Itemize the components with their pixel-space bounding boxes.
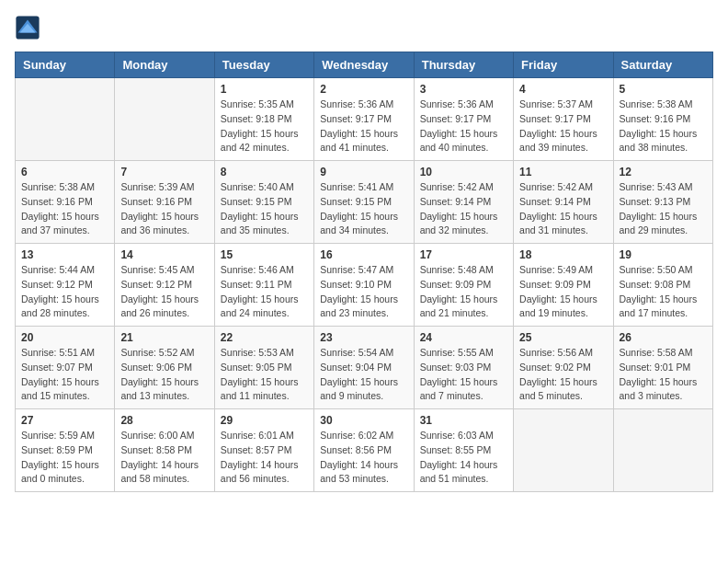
sunset-text: Sunset: 9:16 PM	[620, 113, 691, 124]
daylight-text: Daylight: 15 hours and 28 minutes.	[21, 293, 99, 319]
day-info: Sunrise: 6:00 AM Sunset: 8:58 PM Dayligh…	[120, 429, 208, 487]
daylight-text: Daylight: 15 hours and 38 minutes.	[620, 128, 698, 154]
sunset-text: Sunset: 9:14 PM	[519, 196, 591, 207]
day-number: 2	[320, 83, 407, 96]
sunset-text: Sunset: 9:16 PM	[21, 196, 93, 207]
calendar-cell: 13 Sunrise: 5:44 AM Sunset: 9:12 PM Dayl…	[16, 244, 115, 327]
calendar-cell: 20 Sunrise: 5:51 AM Sunset: 9:07 PM Dayl…	[16, 327, 115, 409]
calendar-table: SundayMondayTuesdayWednesdayThursdayFrid…	[15, 52, 713, 492]
calendar-cell: 29 Sunrise: 6:01 AM Sunset: 8:57 PM Dayl…	[214, 409, 313, 492]
day-info: Sunrise: 5:37 AM Sunset: 9:17 PM Dayligh…	[519, 98, 607, 155]
sunrise-text: Sunrise: 5:39 AM	[120, 181, 194, 192]
daylight-text: Daylight: 15 hours and 3 minutes.	[620, 376, 698, 402]
calendar-week-row: 13 Sunrise: 5:44 AM Sunset: 9:12 PM Dayl…	[16, 244, 713, 327]
day-number: 11	[519, 166, 607, 178]
sunset-text: Sunset: 8:56 PM	[320, 444, 392, 455]
calendar-cell: 27 Sunrise: 5:59 AM Sunset: 8:59 PM Dayl…	[16, 409, 115, 492]
day-info: Sunrise: 5:53 AM Sunset: 9:05 PM Dayligh…	[221, 346, 308, 404]
daylight-text: Daylight: 15 hours and 29 minutes.	[620, 211, 698, 236]
daylight-text: Daylight: 15 hours and 23 minutes.	[320, 293, 398, 319]
day-number: 12	[620, 166, 707, 178]
calendar-cell	[514, 409, 613, 492]
daylight-text: Daylight: 15 hours and 7 minutes.	[420, 376, 498, 402]
calendar-cell: 5 Sunrise: 5:38 AM Sunset: 9:16 PM Dayli…	[613, 78, 712, 161]
calendar-cell: 14 Sunrise: 5:45 AM Sunset: 9:12 PM Dayl…	[115, 244, 214, 327]
day-info: Sunrise: 5:54 AM Sunset: 9:04 PM Dayligh…	[320, 346, 407, 404]
daylight-text: Daylight: 15 hours and 11 minutes.	[221, 376, 299, 402]
day-info: Sunrise: 5:46 AM Sunset: 9:11 PM Dayligh…	[221, 263, 308, 321]
weekday-header: Monday	[115, 52, 214, 78]
day-number: 7	[120, 166, 208, 178]
daylight-text: Daylight: 15 hours and 26 minutes.	[120, 293, 199, 319]
day-number: 1	[221, 83, 308, 96]
daylight-text: Daylight: 15 hours and 21 minutes.	[420, 293, 498, 319]
weekday-header: Thursday	[414, 52, 513, 78]
calendar-cell: 25 Sunrise: 5:56 AM Sunset: 9:02 PM Dayl…	[514, 327, 613, 409]
day-info: Sunrise: 5:35 AM Sunset: 9:18 PM Dayligh…	[221, 98, 308, 155]
sunrise-text: Sunrise: 6:01 AM	[221, 430, 294, 441]
day-info: Sunrise: 5:43 AM Sunset: 9:13 PM Dayligh…	[620, 180, 707, 238]
day-number: 22	[221, 331, 308, 344]
sunset-text: Sunset: 9:09 PM	[519, 279, 591, 290]
sunrise-text: Sunrise: 5:52 AM	[120, 347, 194, 358]
calendar-cell	[115, 78, 214, 161]
daylight-text: Daylight: 15 hours and 31 minutes.	[519, 211, 597, 236]
sunrise-text: Sunrise: 5:41 AM	[320, 181, 393, 192]
daylight-text: Daylight: 15 hours and 36 minutes.	[120, 211, 199, 236]
weekday-header: Sunday	[16, 52, 115, 78]
daylight-text: Daylight: 15 hours and 32 minutes.	[420, 211, 498, 236]
weekday-header: Saturday	[613, 52, 712, 78]
day-number: 27	[21, 414, 108, 427]
day-number: 23	[320, 331, 407, 344]
day-info: Sunrise: 5:49 AM Sunset: 9:09 PM Dayligh…	[519, 263, 607, 321]
calendar-week-row: 20 Sunrise: 5:51 AM Sunset: 9:07 PM Dayl…	[16, 327, 713, 409]
calendar-cell: 9 Sunrise: 5:41 AM Sunset: 9:15 PM Dayli…	[314, 161, 414, 244]
calendar-cell: 11 Sunrise: 5:42 AM Sunset: 9:14 PM Dayl…	[514, 161, 613, 244]
sunrise-text: Sunrise: 5:48 AM	[420, 264, 494, 275]
sunrise-text: Sunrise: 5:42 AM	[420, 181, 494, 192]
calendar-cell	[16, 78, 115, 161]
sunset-text: Sunset: 9:15 PM	[320, 196, 392, 207]
day-number: 6	[21, 166, 108, 178]
day-number: 29	[221, 414, 308, 427]
sunrise-text: Sunrise: 5:36 AM	[420, 98, 494, 109]
daylight-text: Daylight: 15 hours and 19 minutes.	[519, 293, 597, 319]
sunset-text: Sunset: 9:04 PM	[320, 362, 392, 373]
day-number: 24	[420, 331, 507, 344]
day-info: Sunrise: 5:42 AM Sunset: 9:14 PM Dayligh…	[519, 180, 607, 238]
calendar-cell: 30 Sunrise: 6:02 AM Sunset: 8:56 PM Dayl…	[314, 409, 414, 492]
day-info: Sunrise: 5:48 AM Sunset: 9:09 PM Dayligh…	[420, 263, 507, 321]
sunset-text: Sunset: 9:10 PM	[320, 279, 392, 290]
day-number: 21	[120, 331, 208, 344]
daylight-text: Daylight: 15 hours and 13 minutes.	[120, 376, 199, 402]
daylight-text: Daylight: 15 hours and 9 minutes.	[320, 376, 398, 402]
daylight-text: Daylight: 15 hours and 5 minutes.	[519, 376, 597, 402]
day-info: Sunrise: 5:45 AM Sunset: 9:12 PM Dayligh…	[120, 263, 208, 321]
sunset-text: Sunset: 9:14 PM	[420, 196, 492, 207]
sunrise-text: Sunrise: 6:02 AM	[320, 430, 393, 441]
sunrise-text: Sunrise: 5:49 AM	[519, 264, 593, 275]
sunset-text: Sunset: 9:02 PM	[519, 362, 591, 373]
sunset-text: Sunset: 9:07 PM	[21, 362, 93, 373]
sunrise-text: Sunrise: 5:37 AM	[519, 98, 593, 109]
sunset-text: Sunset: 9:17 PM	[519, 113, 591, 124]
daylight-text: Daylight: 15 hours and 42 minutes.	[221, 128, 299, 154]
day-number: 13	[21, 248, 108, 261]
calendar-cell: 7 Sunrise: 5:39 AM Sunset: 9:16 PM Dayli…	[115, 161, 214, 244]
day-number: 5	[620, 83, 707, 96]
day-info: Sunrise: 5:40 AM Sunset: 9:15 PM Dayligh…	[221, 180, 308, 238]
sunrise-text: Sunrise: 5:43 AM	[620, 181, 693, 192]
calendar-cell: 8 Sunrise: 5:40 AM Sunset: 9:15 PM Dayli…	[214, 161, 313, 244]
day-info: Sunrise: 5:56 AM Sunset: 9:02 PM Dayligh…	[519, 346, 607, 404]
sunrise-text: Sunrise: 5:54 AM	[320, 347, 393, 358]
sunset-text: Sunset: 9:16 PM	[120, 196, 192, 207]
day-info: Sunrise: 5:36 AM Sunset: 9:17 PM Dayligh…	[420, 98, 507, 155]
sunrise-text: Sunrise: 5:38 AM	[21, 181, 95, 192]
calendar-cell: 6 Sunrise: 5:38 AM Sunset: 9:16 PM Dayli…	[16, 161, 115, 244]
sunrise-text: Sunrise: 6:00 AM	[120, 430, 194, 441]
sunset-text: Sunset: 9:06 PM	[120, 362, 192, 373]
day-number: 3	[420, 83, 507, 96]
daylight-text: Daylight: 15 hours and 15 minutes.	[21, 376, 99, 402]
day-info: Sunrise: 5:59 AM Sunset: 8:59 PM Dayligh…	[21, 429, 108, 487]
day-info: Sunrise: 6:03 AM Sunset: 8:55 PM Dayligh…	[420, 429, 507, 487]
